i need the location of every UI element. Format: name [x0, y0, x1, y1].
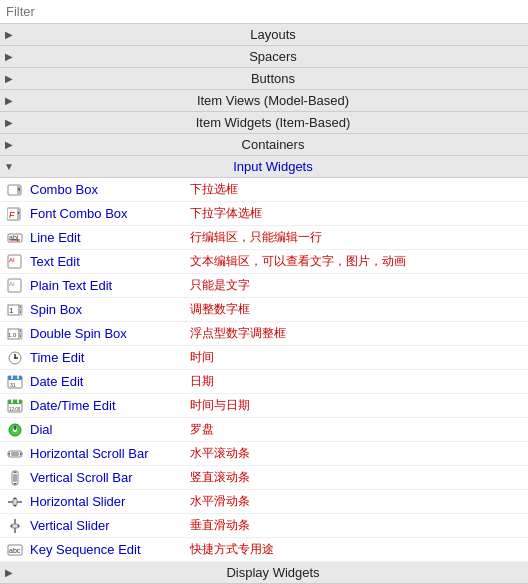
widget-row-text-edit[interactable]: AIText Edit文本编辑区，可以查看文字，图片，动画 [0, 250, 528, 274]
date-icon: 31 [4, 371, 26, 393]
datetime-icon: 12:00 [4, 395, 26, 417]
widget-name-spin-box: Spin Box [30, 302, 190, 317]
widget-row-vertical-scroll[interactable]: Vertical Scroll Bar竖直滚动条 [0, 466, 528, 490]
line-edit-icon: ab| [4, 227, 26, 249]
widget-row-line-edit[interactable]: ab|Line Edit行编辑区，只能编辑一行 [0, 226, 528, 250]
layouts-label: Layouts [18, 27, 528, 42]
buttons-label: Buttons [18, 71, 528, 86]
widget-name-horizontal-scroll: Horizontal Scroll Bar [30, 446, 190, 461]
display-label: Display Widgets [18, 565, 528, 580]
section-input-widgets[interactable]: ▼ Input Widgets [0, 156, 528, 178]
section-item-views[interactable]: ▶ Item Views (Model-Based) [0, 90, 528, 112]
svg-text:12:00: 12:00 [9, 407, 21, 412]
item-views-label: Item Views (Model-Based) [18, 93, 528, 108]
section-display-widgets[interactable]: ▶ Display Widgets [0, 562, 528, 584]
spin-icon: 1 [4, 299, 26, 321]
double-spin-icon: 1.0 [4, 323, 26, 345]
plain-text-icon: AI [4, 275, 26, 297]
svg-rect-62 [12, 524, 18, 528]
widget-desc-text-edit: 文本编辑区，可以查看文字，图片，动画 [190, 253, 524, 270]
svg-text:abc: abc [9, 547, 21, 554]
font-combo-icon: F [4, 203, 26, 225]
widget-row-time-edit[interactable]: Time Edit时间 [0, 346, 528, 370]
widget-row-dial[interactable]: Dial罗盘 [0, 418, 528, 442]
widget-name-double-spin-box: Double Spin Box [30, 326, 190, 341]
containers-label: Containers [18, 137, 528, 152]
filter-input[interactable] [6, 4, 522, 19]
svg-text:1.0: 1.0 [8, 332, 17, 338]
widget-name-dial: Dial [30, 422, 190, 437]
section-containers[interactable]: ▶ Containers [0, 134, 528, 156]
buttons-arrow: ▶ [0, 73, 18, 84]
widget-name-vertical-scroll: Vertical Scroll Bar [30, 470, 190, 485]
svg-rect-37 [8, 376, 22, 380]
widget-desc-vertical-scroll: 竖直滚动条 [190, 469, 524, 486]
widget-desc-horizontal-scroll: 水平滚动条 [190, 445, 524, 462]
widget-row-vertical-slider[interactable]: Vertical Slider垂直滑动条 [0, 514, 528, 538]
svg-marker-60 [13, 505, 17, 507]
widget-row-font-combo-box[interactable]: FFont Combo Box下拉字体选框 [0, 202, 528, 226]
widget-row-datetime-edit[interactable]: 12:00Date/Time Edit时间与日期 [0, 394, 528, 418]
widget-desc-time-edit: 时间 [190, 349, 524, 366]
key-seq-icon: abc [4, 539, 26, 561]
item-widgets-arrow: ▶ [0, 117, 18, 128]
svg-rect-54 [13, 474, 17, 482]
input-widgets-label: Input Widgets [18, 159, 528, 174]
widget-desc-horizontal-slider: 水平滑动条 [190, 493, 524, 510]
widget-row-plain-text-edit[interactable]: AIPlain Text Edit只能是文字 [0, 274, 528, 298]
widget-name-time-edit: Time Edit [30, 350, 190, 365]
svg-text:1: 1 [9, 306, 14, 315]
widget-desc-line-edit: 行编辑区，只能编辑一行 [190, 229, 524, 246]
widget-desc-datetime-edit: 时间与日期 [190, 397, 524, 414]
widget-desc-spin-box: 调整数字框 [190, 301, 524, 318]
section-item-widgets[interactable]: ▶ Item Widgets (Item-Based) [0, 112, 528, 134]
hslider-icon [4, 491, 26, 513]
svg-text:F: F [9, 210, 15, 220]
widget-desc-dial: 罗盘 [190, 421, 524, 438]
svg-text:31: 31 [10, 382, 16, 388]
widget-row-combo-box[interactable]: Combo Box下拉选框 [0, 178, 528, 202]
widget-row-horizontal-slider[interactable]: Horizontal Slider水平滑动条 [0, 490, 528, 514]
svg-rect-58 [13, 499, 17, 505]
widget-desc-font-combo-box: 下拉字体选框 [190, 205, 524, 222]
widget-name-datetime-edit: Date/Time Edit [30, 398, 190, 413]
item-widgets-label: Item Widgets (Item-Based) [18, 115, 528, 130]
widget-name-line-edit: Line Edit [30, 230, 190, 245]
widget-desc-double-spin-box: 浮点型数字调整框 [190, 325, 524, 342]
widget-name-font-combo-box: Font Combo Box [30, 206, 190, 221]
svg-text:ab|: ab| [9, 234, 19, 242]
dial-icon [4, 419, 26, 441]
widget-name-vertical-slider: Vertical Slider [30, 518, 190, 533]
widget-desc-plain-text-edit: 只能是文字 [190, 277, 524, 294]
svg-text:AI: AI [9, 257, 15, 263]
text-edit-icon: AI [4, 251, 26, 273]
display-arrow: ▶ [0, 567, 18, 578]
spacers-label: Spacers [18, 49, 528, 64]
svg-point-35 [14, 357, 16, 359]
widget-name-plain-text-edit: Plain Text Edit [30, 278, 190, 293]
vscroll-icon [4, 467, 26, 489]
section-buttons[interactable]: ▶ Buttons [0, 68, 528, 90]
svg-text:AI: AI [9, 281, 15, 287]
vslider-icon [4, 515, 26, 537]
section-spacers[interactable]: ▶ Spacers [0, 46, 528, 68]
spacers-arrow: ▶ [0, 51, 18, 62]
svg-marker-63 [10, 524, 12, 528]
widget-row-double-spin-box[interactable]: 1.0Double Spin Box浮点型数字调整框 [0, 322, 528, 346]
widget-row-date-edit[interactable]: 31Date Edit日期 [0, 370, 528, 394]
filter-bar[interactable] [0, 0, 528, 24]
item-views-arrow: ▶ [0, 95, 18, 106]
combo-icon [4, 179, 26, 201]
svg-rect-42 [8, 400, 22, 404]
widget-name-text-edit: Text Edit [30, 254, 190, 269]
section-layouts[interactable]: ▶ Layouts [0, 24, 528, 46]
widget-row-horizontal-scroll[interactable]: Horizontal Scroll Bar水平滚动条 [0, 442, 528, 466]
widget-row-key-sequence[interactable]: abcKey Sequence Edit快捷方式专用途 [0, 538, 528, 562]
widget-name-key-sequence: Key Sequence Edit [30, 542, 190, 557]
layouts-arrow: ▶ [0, 29, 18, 40]
widget-list: Combo Box下拉选框FFont Combo Box下拉字体选框ab|Lin… [0, 178, 528, 562]
widget-desc-date-edit: 日期 [190, 373, 524, 390]
widget-name-combo-box: Combo Box [30, 182, 190, 197]
widget-row-spin-box[interactable]: 1Spin Box调整数字框 [0, 298, 528, 322]
widget-desc-combo-box: 下拉选框 [190, 181, 524, 198]
